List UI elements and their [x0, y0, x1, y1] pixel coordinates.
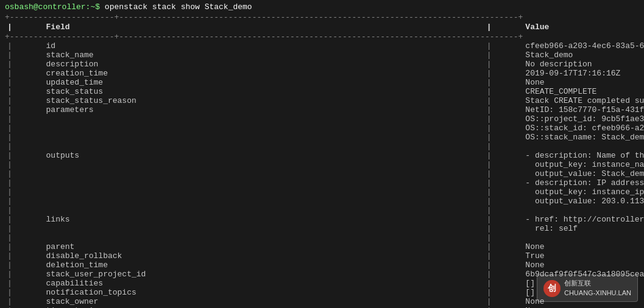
- watermark-text: 创新互联CHUANG-XINHU.LAN: [564, 279, 631, 298]
- table-header-row: |Field|Value|: [5, 22, 644, 32]
- command-line: osbash@controller:~$ openstack stack sho…: [0, 0, 644, 13]
- table-row: |id|cfeeb966-a203-4ec6-83a5-64112d37bfb9…: [5, 41, 644, 51]
- table-row: |||: [5, 206, 644, 215]
- table-row: |links|- href: http://controller:8004/v1…: [5, 215, 644, 224]
- table-row: ||OS::project_id: 9cb5f1ae3695410382f3cc…: [5, 114, 644, 124]
- table-row: || output_key: instance_name|: [5, 160, 644, 169]
- table-row: ||OS::stack_name: Stack_demo|: [5, 133, 644, 142]
- table-row: |description|No description|: [5, 60, 644, 69]
- watermark-logo: 创: [543, 280, 561, 297]
- table-row: |deletion_time|None|: [5, 261, 644, 270]
- table-row: |||: [5, 233, 644, 242]
- command: openstack stack show Stack_demo: [100, 2, 252, 12]
- table-row: ||OS::stack_id: cfeeb966-a203-4ec6-83a5-…: [5, 124, 644, 133]
- table-row: |stack_status_reason|Stack CREATE comple…: [5, 96, 644, 105]
- stack-table: +----------------------+----------------…: [5, 13, 644, 308]
- table-container: +----------------------+----------------…: [0, 13, 644, 308]
- table-row: |creation_time|2019-09-17T17:16:16Z|: [5, 69, 644, 78]
- table-row: |updated_time|None|: [5, 78, 644, 87]
- table-row: |outputs|- description: Name of the inst…: [5, 151, 644, 160]
- table-row: || output_value: 203.0.113.114|: [5, 197, 644, 206]
- table-row: || output_key: instance_ip|: [5, 187, 644, 197]
- watermark: 创 创新互联CHUANG-XINHU.LAN: [537, 275, 638, 302]
- table-row: || rel: self|: [5, 224, 644, 233]
- table-row: |stack_name|Stack_demo|: [5, 51, 644, 60]
- table-row: |disable_rollback|True|: [5, 251, 644, 261]
- terminal: osbash@controller:~$ openstack stack sho…: [0, 0, 644, 308]
- prompt: osbash@controller:~$: [5, 2, 100, 12]
- table-row: |parameters|NetID: 158c7770-f15a-431f-86…: [5, 105, 644, 114]
- table-row: |stack_status|CREATE_COMPLETE|: [5, 87, 644, 96]
- table-row: |parent|None|: [5, 242, 644, 251]
- table-row: |||: [5, 142, 644, 151]
- table-row: || output_value: Stack_demo-server-c64b7…: [5, 169, 644, 178]
- table-row: ||- description: IP address of the insta…: [5, 178, 644, 187]
